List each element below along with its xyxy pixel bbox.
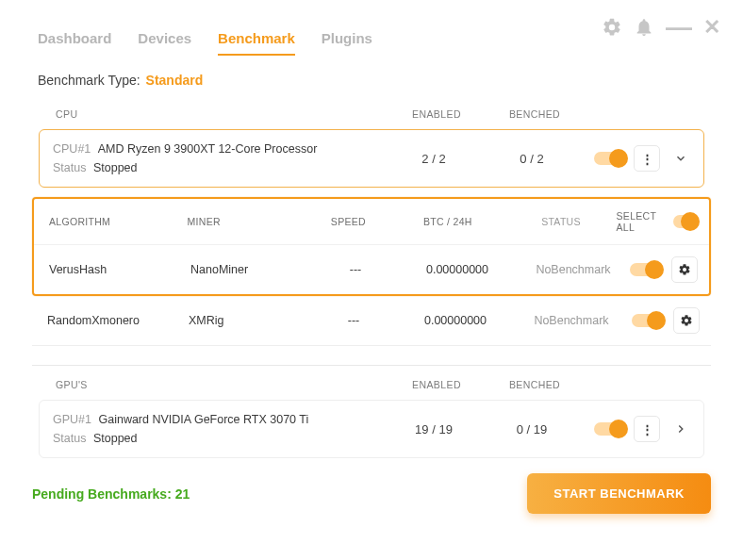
close-icon[interactable]: ✕	[703, 15, 720, 40]
algo-row[interactable]: VerusHash NanoMiner --- 0.00000000 NoBen…	[34, 245, 709, 294]
algo-toggle[interactable]	[632, 314, 664, 327]
tab-dashboard[interactable]: Dashboard	[38, 30, 111, 56]
cpu-benched-count: 0 / 2	[483, 152, 581, 166]
algo-settings-button[interactable]	[673, 307, 700, 334]
benchmark-type-label: Benchmark Type:	[38, 73, 140, 88]
cpu-device-id: CPU#1	[53, 142, 91, 156]
gpu-device-name: Gainward NVIDIA GeForce RTX 3070 Ti	[98, 413, 308, 426]
cpu-expand-button[interactable]	[668, 145, 694, 172]
algo-name: RandomXmonero	[47, 314, 189, 327]
gpu-status-value: Stopped	[93, 432, 138, 445]
col-miner: MINER	[187, 216, 306, 227]
cpu-more-button[interactable]: ⋮	[634, 145, 660, 172]
cpu-status-value: Stopped	[93, 161, 138, 174]
cpu-device-name: AMD Ryzen 9 3900XT 12-Core Processor	[98, 142, 318, 156]
algo-name: VerusHash	[49, 263, 190, 276]
gpu-device-card[interactable]: GPU#1 Gainward NVIDIA GeForce RTX 3070 T…	[39, 400, 704, 458]
cpu-status-label: Status	[53, 161, 86, 174]
benchmark-type-value[interactable]: Standard	[146, 73, 204, 88]
tab-benchmark[interactable]: Benchmark	[218, 30, 295, 56]
gpu-benched-header: BENCHED	[486, 379, 584, 390]
start-benchmark-button[interactable]: START BENCHMARK	[527, 473, 711, 514]
algo-status: NoBenchmark	[515, 314, 628, 327]
algo-speed: ---	[311, 314, 396, 327]
algo-speed: ---	[313, 263, 398, 276]
cpu-device-info: CPU#1 AMD Ryzen 9 3900XT 12-Core Process…	[53, 140, 385, 177]
algo-btc: 0.00000000	[398, 263, 517, 276]
gpu-enable-toggle[interactable]	[594, 422, 626, 436]
settings-icon[interactable]	[602, 17, 622, 38]
gpu-enabled-count: 19 / 19	[385, 422, 483, 436]
cpu-enabled-header: ENABLED	[388, 108, 486, 120]
col-btc: BTC / 24H	[389, 216, 505, 227]
gpu-benched-count: 0 / 19	[483, 422, 581, 436]
gpu-enabled-header: ENABLED	[388, 379, 486, 390]
gpu-more-button[interactable]: ⋮	[634, 416, 660, 442]
notifications-icon[interactable]	[634, 17, 654, 38]
minimize-icon[interactable]: —	[666, 22, 692, 33]
gpu-section-title: GPU'S	[56, 379, 388, 390]
algo-settings-button[interactable]	[671, 256, 698, 283]
algo-status: NoBenchmark	[517, 263, 630, 276]
algorithm-table-highlight: ALGORITHM MINER SPEED BTC / 24H STATUS S…	[32, 197, 711, 296]
divider	[32, 365, 711, 366]
cpu-device-card[interactable]: CPU#1 AMD Ryzen 9 3900XT 12-Core Process…	[39, 129, 704, 188]
cpu-section-title: CPU	[56, 108, 388, 120]
gpu-expand-button[interactable]	[668, 416, 694, 442]
gpu-device-info: GPU#1 Gainward NVIDIA GeForce RTX 3070 T…	[53, 410, 385, 448]
algo-miner: XMRig	[189, 314, 311, 327]
select-all-label: SELECT ALL	[617, 210, 664, 233]
pending-benchmarks: Pending Benchmarks: 21	[32, 486, 190, 502]
cpu-enabled-count: 2 / 2	[385, 152, 483, 166]
col-algorithm: ALGORITHM	[49, 216, 187, 227]
algo-row[interactable]: RandomXmonero XMRig --- 0.00000000 NoBen…	[32, 296, 711, 346]
algo-toggle[interactable]	[630, 263, 662, 276]
gpu-device-id: GPU#1	[53, 413, 91, 426]
tab-plugins[interactable]: Plugins	[322, 30, 372, 56]
algo-btc: 0.00000000	[396, 314, 515, 327]
cpu-enable-toggle[interactable]	[594, 152, 626, 165]
gpu-status-label: Status	[53, 432, 86, 445]
algo-miner: NanoMiner	[190, 263, 313, 276]
cpu-benched-header: BENCHED	[486, 108, 584, 120]
col-speed: SPEED	[306, 216, 389, 227]
select-all-toggle[interactable]	[673, 215, 698, 228]
col-status: STATUS	[505, 216, 616, 227]
tab-devices[interactable]: Devices	[138, 30, 191, 56]
